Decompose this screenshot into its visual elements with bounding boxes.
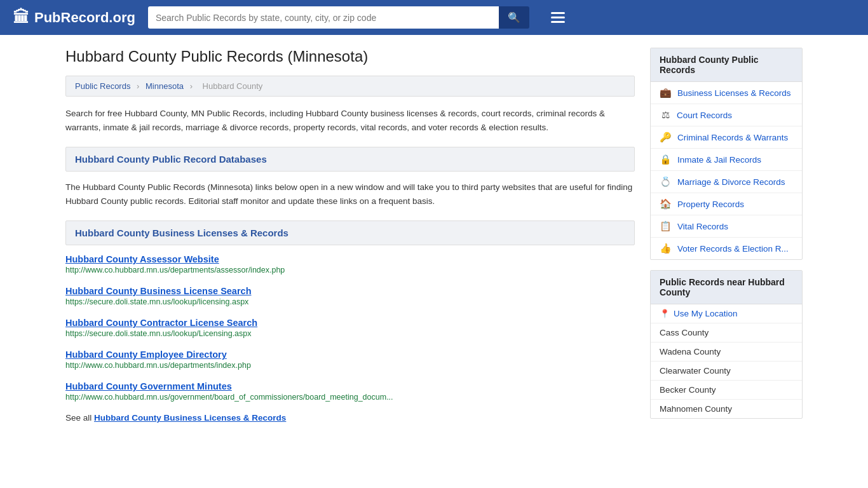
sidebar-item-label-3: Inmate & Jail Records [677,155,761,165]
sidebar-item-1[interactable]: ⚖ Court Records [651,104,802,126]
breadcrumb: Public Records › Minnesota › Hubbard Cou… [65,76,635,97]
sidebar-item-2[interactable]: 🔑 Criminal Records & Warrants [651,126,802,149]
records-list: Hubbard County Assessor Website http://w… [65,254,635,402]
sidebar-item-3[interactable]: 🔒 Inmate & Jail Records [651,149,802,171]
db-description: The Hubbard County Public Records (Minne… [65,180,635,208]
content-area: Hubbard County Public Records (Minnesota… [65,48,635,429]
sidebar-item-0[interactable]: 💼 Business Licenses & Records [651,82,802,104]
record-title-1[interactable]: Hubbard County Business License Search [65,286,635,296]
main-container: Hubbard County Public Records (Minnesota… [53,35,815,442]
see-all-link[interactable]: Hubbard County Business Licenses & Recor… [94,413,286,423]
nearby-county-3[interactable]: Becker County [651,381,802,400]
sidebar-item-icon-4: 💍 [660,176,672,187]
use-location-label: Use My Location [674,309,738,318]
breadcrumb-minnesota[interactable]: Minnesota [146,81,184,91]
record-title-4[interactable]: Hubbard County Government Minutes [65,381,635,391]
record-entry: Hubbard County Government Minutes http:/… [65,381,635,402]
sidebar-item-label-4: Marriage & Divorce Records [677,177,785,187]
sidebar-item-label-5: Property Records [677,200,744,209]
logo-text: PubRecord.org [34,10,135,26]
page-title: Hubbard County Public Records (Minnesota… [65,48,635,65]
record-url-1[interactable]: https://secure.doli.state.mn.us/lookup/l… [65,297,635,306]
record-entry: Hubbard County Assessor Website http://w… [65,254,635,274]
site-logo[interactable]: 🏛 PubRecord.org [13,8,135,27]
sidebar-item-label-1: Court Records [677,111,732,120]
sidebar-item-6[interactable]: 📋 Vital Records [651,215,802,238]
breadcrumb-public-records[interactable]: Public Records [75,81,130,91]
record-url-4[interactable]: http://www.co.hubbard.mn.us/government/b… [65,393,635,402]
sidebar-item-7[interactable]: 👍 Voter Records & Election R... [651,238,802,259]
record-entry: Hubbard County Contractor License Search… [65,318,635,338]
nearby-county-0[interactable]: Cass County [651,323,802,342]
record-title-3[interactable]: Hubbard County Employee Directory [65,349,635,360]
db-section-heading: Hubbard County Public Record Databases [65,147,635,172]
sidebar: Hubbard County Public Records 💼 Business… [650,48,803,429]
record-entry: Hubbard County Employee Directory http:/… [65,349,635,370]
nearby-county-1[interactable]: Wadena County [651,342,802,362]
sidebar-item-5[interactable]: 🏠 Property Records [651,193,802,215]
site-header: 🏛 PubRecord.org 🔍 [0,0,868,35]
record-title-2[interactable]: Hubbard County Contractor License Search [65,318,635,328]
page-description: Search for free Hubbard County, MN Publi… [65,107,635,134]
sidebar-public-records-title: Hubbard County Public Records [651,48,802,82]
record-url-2[interactable]: https://secure.doli.state.mn.us/lookup/L… [65,329,635,338]
search-button[interactable]: 🔍 [499,6,529,29]
sidebar-nearby-title: Public Records near Hubbard County [651,271,802,304]
search-bar: 🔍 [148,6,529,29]
nearby-county-4[interactable]: Mahnomen County [651,400,802,418]
sidebar-item-icon-1: ⚖ [660,109,671,121]
nearby-counties-list: Cass CountyWadena CountyClearwater Count… [651,323,802,418]
sidebar-item-label-7: Voter Records & Election R... [677,244,789,254]
sidebar-item-icon-5: 🏠 [660,198,672,210]
sidebar-item-icon-2: 🔑 [660,132,672,143]
logo-icon: 🏛 [13,8,29,27]
sidebar-items-list: 💼 Business Licenses & Records ⚖ Court Re… [651,82,802,259]
nearby-county-2[interactable]: Clearwater County [651,362,802,381]
record-title-0[interactable]: Hubbard County Assessor Website [65,254,635,264]
search-input[interactable] [148,6,499,29]
hamburger-button[interactable] [547,8,569,27]
sidebar-item-icon-6: 📋 [660,220,672,232]
sidebar-item-icon-0: 💼 [660,87,672,98]
sidebar-item-icon-3: 🔒 [660,154,672,165]
sidebar-item-label-2: Criminal Records & Warrants [677,133,788,142]
sidebar-item-label-0: Business Licenses & Records [677,88,791,98]
record-url-0[interactable]: http://www.co.hubbard.mn.us/departments/… [65,266,635,274]
location-icon: 📍 [660,309,670,318]
see-all-line: See all Hubbard County Business Licenses… [65,413,635,423]
record-entry: Hubbard County Business License Search h… [65,286,635,306]
hamburger-icon [551,12,565,23]
use-my-location[interactable]: 📍 Use My Location [651,304,802,323]
business-section-heading: Hubbard County Business Licenses & Recor… [65,220,635,245]
breadcrumb-current: Hubbard County [203,81,263,91]
sidebar-item-4[interactable]: 💍 Marriage & Divorce Records [651,171,802,193]
nearby-sidebar-box: Public Records near Hubbard County 📍 Use… [650,270,803,419]
record-url-3[interactable]: http://www.co.hubbard.mn.us/departments/… [65,361,635,370]
public-records-sidebar-box: Hubbard County Public Records 💼 Business… [650,48,803,260]
sidebar-item-label-6: Vital Records [677,222,728,231]
sidebar-item-icon-7: 👍 [660,243,672,254]
